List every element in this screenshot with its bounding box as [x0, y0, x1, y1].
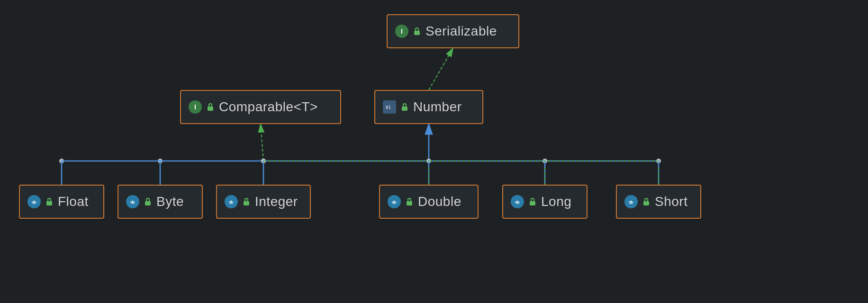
- svg-rect-48: [643, 201, 649, 205]
- svg-point-32: [33, 201, 35, 203]
- node-double[interactable]: Double: [379, 185, 479, 219]
- interface-icon-comparable: I: [189, 100, 202, 114]
- svg-point-7: [261, 159, 266, 163]
- node-label-number: Number: [413, 99, 462, 115]
- node-short[interactable]: Short: [616, 185, 701, 219]
- interface-icon-serializable: I: [395, 25, 408, 38]
- lock-icon-integer: [242, 197, 251, 206]
- node-long[interactable]: Long: [502, 185, 588, 219]
- class-icon-float: [27, 195, 41, 208]
- svg-point-35: [132, 201, 134, 203]
- node-integer[interactable]: Integer: [216, 185, 311, 219]
- svg-point-13: [426, 159, 431, 163]
- node-label-float: Float: [58, 194, 89, 209]
- svg-point-47: [630, 201, 632, 203]
- lock-icon-short: [642, 197, 651, 206]
- node-float[interactable]: Float: [19, 185, 104, 219]
- svg-rect-27: [208, 107, 213, 111]
- svg-rect-36: [145, 201, 151, 205]
- node-label-serializable: Serializable: [425, 24, 497, 39]
- svg-rect-45: [530, 201, 535, 205]
- class-icon-byte: [126, 195, 139, 208]
- node-comparable[interactable]: I Comparable<T>: [180, 90, 341, 124]
- class-icon-integer: [225, 195, 238, 208]
- svg-point-5: [59, 159, 64, 163]
- lock-icon-long: [528, 197, 537, 206]
- lock-icon-byte: [143, 197, 153, 206]
- svg-rect-42: [407, 201, 412, 205]
- svg-point-38: [230, 201, 232, 203]
- node-label-comparable: Comparable<T>: [219, 99, 318, 115]
- node-byte[interactable]: Byte: [118, 185, 203, 219]
- svg-rect-39: [244, 201, 249, 205]
- lock-icon-comparable: [206, 102, 215, 112]
- node-label-integer: Integer: [255, 194, 298, 209]
- svg-line-4: [261, 124, 263, 161]
- diagram-container: I Serializable I Comparable<T> 01 Number: [0, 0, 868, 303]
- svg-point-14: [542, 159, 547, 163]
- svg-point-6: [158, 159, 163, 163]
- node-label-short: Short: [655, 194, 687, 209]
- node-label-byte: Byte: [156, 194, 184, 209]
- lock-icon-float: [45, 197, 54, 206]
- abstract-icon-number: 01: [383, 100, 396, 114]
- svg-point-41: [393, 201, 395, 203]
- class-icon-short: [624, 195, 638, 208]
- lock-icon-double: [405, 197, 414, 206]
- node-serializable[interactable]: I Serializable: [387, 14, 519, 48]
- node-label-long: Long: [541, 194, 571, 209]
- svg-point-12: [261, 159, 266, 163]
- svg-line-2: [429, 48, 453, 90]
- svg-rect-33: [46, 201, 52, 205]
- node-label-double: Double: [418, 194, 461, 209]
- svg-rect-26: [414, 31, 420, 35]
- svg-rect-30: [402, 107, 407, 111]
- node-number[interactable]: 01 Number: [374, 90, 483, 124]
- lock-icon-number: [400, 102, 409, 112]
- svg-text:01: 01: [386, 105, 391, 110]
- svg-point-44: [516, 201, 518, 203]
- class-icon-double: [388, 195, 401, 208]
- svg-point-15: [656, 159, 661, 163]
- class-icon-long: [511, 195, 524, 208]
- lock-icon-serializable: [412, 27, 422, 36]
